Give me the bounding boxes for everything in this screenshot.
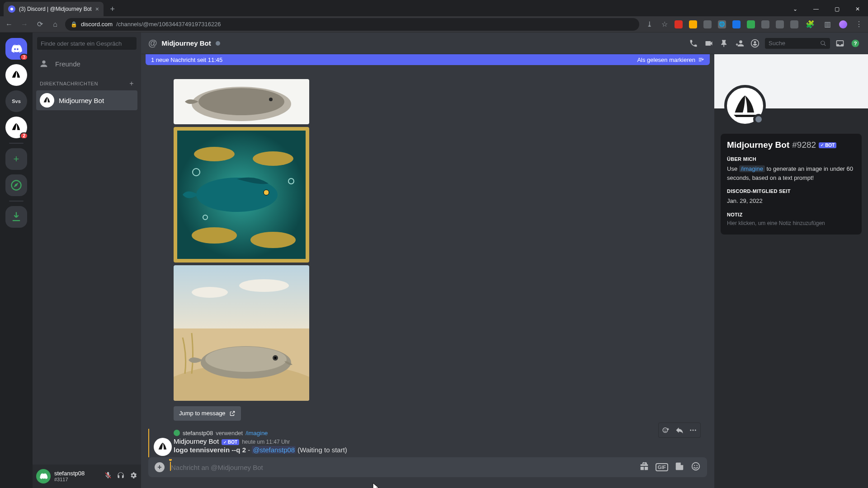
video-call-button[interactable] [703,38,714,49]
chat-column: @ Midjourney Bot Suche ? 1 neue Nachrich… [141,33,868,488]
pinned-messages-button[interactable] [719,38,730,49]
install-app-icon[interactable]: ⤓ [644,20,655,28]
deafen-button[interactable] [117,471,125,481]
chrome-kebab-icon[interactable]: ⋮ [854,20,864,28]
image-attachment[interactable] [174,265,309,401]
dm-search-input[interactable] [37,37,137,50]
chrome-menu-chevron-icon[interactable]: ⌄ [785,2,806,16]
chat-search-input[interactable]: Suche [765,38,830,49]
new-msg-text: 1 neue Nachricht seit 11:45 [151,56,222,63]
inbox-icon [835,39,844,48]
help-button[interactable]: ? [850,38,861,49]
server-midjourney[interactable] [5,64,27,86]
self-avatar[interactable] [36,469,51,483]
chat-body: 1 neue Nachricht seit 11:45 Als gelesen … [141,54,868,488]
more-button[interactable] [687,424,699,436]
ext-puzzle-icon[interactable]: 🧩 [805,20,816,28]
reply-verb: verwendet [216,430,243,436]
new-tab-button[interactable]: + [106,3,119,15]
nav-reload-icon[interactable]: ⟳ [34,20,45,28]
svg-point-21 [192,287,228,298]
prompt-text: logo tennisverein --q 2 [174,446,246,454]
add-friends-button[interactable] [734,38,745,49]
open-external-icon [229,410,236,417]
ext-adblock-icon[interactable] [675,20,683,28]
gift-button[interactable] [639,461,649,473]
image-attachment[interactable] [174,127,309,263]
side-panel-icon[interactable]: ▥ [822,20,833,28]
create-dm-icon[interactable]: + [129,80,134,88]
omnibox[interactable]: 🔒 discord.com/channels/@me/1063443749197… [65,18,639,31]
help-icon: ? [851,39,860,48]
attach-button[interactable]: + [155,462,165,472]
voice-call-button[interactable] [688,38,699,49]
message-scroll[interactable]: Jump to message stefanstp08 verwendet [141,54,714,457]
ext-keep-icon[interactable] [689,20,697,28]
friends-icon [39,59,49,69]
sticker-button[interactable] [675,461,684,473]
add-server-button[interactable]: + [5,148,27,170]
ext-gray1-icon[interactable] [703,20,712,28]
message-author[interactable]: Midjourney Bot [174,437,219,445]
dm-avatar [40,93,54,108]
user-mention[interactable]: @stefanstp08 [252,446,296,454]
message-header: Midjourney Bot BOT heute um 11:47 Uhr [174,437,707,446]
window-minimize-icon[interactable]: — [806,2,826,16]
ext-green-icon[interactable] [747,20,755,28]
mark-read-button[interactable]: Als gelesen markieren [637,56,704,63]
ext-blue-icon[interactable] [732,20,741,28]
sticker-icon [675,461,684,471]
window-close-icon[interactable]: ✕ [847,2,868,16]
profile-status-offline-icon [753,114,764,125]
svg-point-28 [274,357,277,359]
show-profile-button[interactable] [750,38,760,49]
bookmark-star-icon[interactable]: ☆ [659,20,670,28]
self-username: stefanstp08 [54,470,85,477]
download-apps-button[interactable] [5,206,27,228]
server-svs[interactable]: Svs [5,90,27,112]
ext-globe-icon[interactable]: 🌐 [718,20,726,28]
self-names[interactable]: stefanstp08 #3117 [54,470,85,482]
tab-close-icon[interactable]: × [95,5,99,13]
inbox-button[interactable] [835,38,845,49]
profile-pane: Midjourney Bot#9282 BOT ÜBER MICH Use /i… [714,54,868,488]
imagine-command-inline: /imagine [739,165,765,172]
reply-reference[interactable]: stefanstp08 verwendet /imagine [174,430,707,436]
svg-point-7 [269,98,273,101]
friends-link[interactable]: Freunde [33,54,141,73]
dm-search-wrap [33,33,141,54]
video-icon [704,39,713,48]
compose-placeholder[interactable]: Nachricht an @Midjourney Bot [171,464,633,471]
explore-servers-button[interactable] [5,174,27,196]
svg-point-34 [695,429,696,431]
note-input[interactable] [727,220,855,226]
ext-camera-icon[interactable] [790,20,798,28]
image-attachment[interactable] [174,79,309,124]
browser-tab[interactable]: (3) Discord | @Midjourney Bot × [4,2,104,16]
message-avatar[interactable] [154,438,172,456]
discord-logo-icon [10,42,23,55]
svg-point-32 [690,429,691,431]
add-reaction-button[interactable] [660,424,672,436]
reply-button[interactable] [673,424,686,436]
new-message-bar[interactable]: 1 neue Nachricht seit 11:45 Als gelesen … [146,54,710,65]
message-hover-actions [658,422,701,438]
nav-home-icon[interactable]: ⌂ [50,20,61,28]
ext-gray2-icon[interactable] [761,20,769,28]
nav-back-icon[interactable]: ← [4,20,14,28]
jump-to-message-button[interactable]: Jump to message [174,406,241,421]
user-settings-button[interactable] [129,471,137,481]
emoji-button[interactable] [691,461,701,473]
ext-gray3-icon[interactable] [776,20,784,28]
reply-user: stefanstp08 [183,430,213,436]
dm-home-button[interactable]: 3 [5,38,27,60]
gif-button[interactable]: GIF [656,463,668,471]
profile-avatar-icon[interactable] [839,20,847,28]
compose-box[interactable]: + Nachricht an @Midjourney Bot GIF [148,457,707,477]
window-maximize-icon[interactable]: ▢ [826,2,847,16]
server-extra[interactable]: 2 [5,117,27,138]
mute-mic-button[interactable] [104,471,112,481]
profile-banner [714,54,868,108]
generated-image-fish-teal [174,127,309,263]
dm-item-midjourney[interactable]: Midjourney Bot [36,90,137,110]
